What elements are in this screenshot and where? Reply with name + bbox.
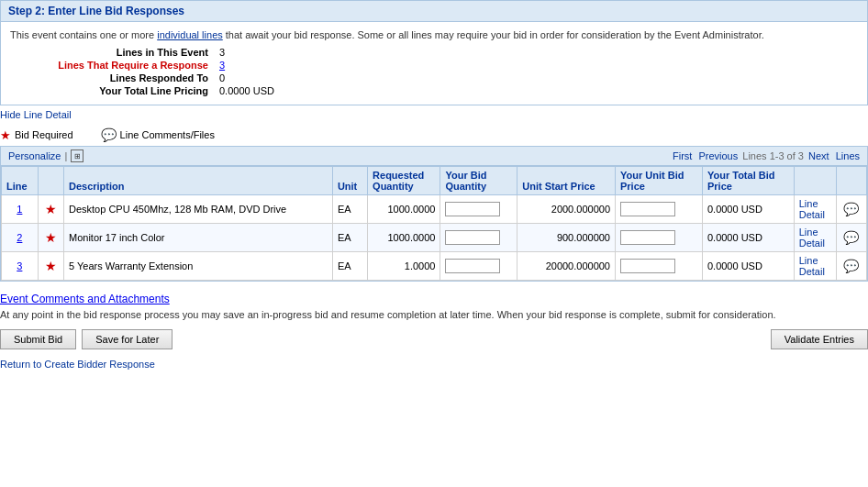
customize-icon[interactable]: ⊞: [71, 149, 83, 162]
event-comments-link[interactable]: Event Comments and Attachments: [0, 293, 170, 305]
lines-nav-right: First Previous Lines 1-3 of 3 Next Lines: [673, 150, 860, 161]
total-pricing-label: Your Total Line Pricing: [10, 84, 212, 97]
required-star-icon: ★: [45, 202, 57, 216]
cell-total-bid-price: 0.0000 USD: [702, 252, 794, 281]
lines-responded-label: Lines Responded To: [10, 72, 212, 84]
bid-required-legend: ★ Bid Required: [0, 128, 73, 142]
cell-unit: EA: [332, 252, 367, 281]
col-required: [38, 167, 63, 195]
unit-bid-price-input[interactable]: [620, 230, 675, 245]
line-num-link[interactable]: 3: [17, 260, 22, 271]
info-row-total-pricing: Your Total Line Pricing 0.0000 USD: [10, 84, 858, 97]
required-star-icon: ★: [45, 230, 57, 245]
col-line-detail: [794, 167, 836, 195]
info-table: Lines in This Event 3 Lines That Require…: [10, 46, 858, 97]
cell-required: ★: [38, 252, 63, 281]
line-num-link[interactable]: 1: [17, 204, 22, 215]
lines-require-label: Lines That Require a Response: [10, 59, 212, 72]
cell-bid-qty[interactable]: [440, 224, 517, 252]
cell-unit-bid-price[interactable]: [616, 252, 703, 281]
return-link[interactable]: Return to Create Bidder Response: [0, 355, 868, 373]
submit-bid-button[interactable]: Submit Bid: [0, 329, 76, 349]
nav-lines-range: Lines 1-3 of 3: [742, 150, 807, 161]
bid-qty-input[interactable]: [445, 202, 500, 216]
lines-table-wrapper: Personalize | ⊞ First Previous Lines 1-3…: [0, 146, 868, 282]
step-title: Step 2: Enter Line Bid Responses: [8, 5, 184, 17]
cell-unit-bid-price[interactable]: [616, 195, 703, 224]
cell-description: Monitor 17 inch Color: [63, 224, 332, 252]
cell-unit: EA: [332, 195, 367, 224]
bid-required-label: Bid Required: [15, 129, 73, 140]
lines-require-value: 3: [212, 59, 858, 72]
col-total-bid-price: Your Total BidPrice: [702, 167, 794, 195]
table-row: 3 ★ 5 Years Warranty Extension EA 1.0000…: [2, 252, 867, 281]
cell-required: ★: [38, 195, 63, 224]
bid-qty-input[interactable]: [445, 259, 500, 273]
cell-line-num: 3: [2, 252, 39, 281]
comment-icon[interactable]: 💬: [843, 259, 859, 273]
table-row: 2 ★ Monitor 17 inch Color EA 1000.0000 9…: [2, 224, 867, 252]
col-requested-qty: RequestedQuantity: [368, 167, 440, 195]
line-comments-label: Line Comments/Files: [120, 129, 215, 140]
lines-link[interactable]: Lines: [836, 150, 860, 161]
bottom-buttons-right: Validate Entries: [771, 329, 868, 349]
bottom-buttons: Submit Bid Save for Later Validate Entri…: [0, 324, 868, 355]
info-description: This event contains one or more individu…: [10, 29, 858, 40]
info-row-lines-responded: Lines Responded To 0: [10, 72, 858, 84]
individual-lines-link[interactable]: individual lines: [157, 29, 223, 40]
cell-requested-qty: 1000.0000: [368, 195, 440, 224]
event-comments-description: At any point in the bid response process…: [0, 309, 868, 320]
col-comment: [836, 167, 866, 195]
table-row: 1 ★ Desktop CPU 450Mhz, 128 Mb RAM, DVD …: [2, 195, 867, 224]
hide-line-detail-link[interactable]: Hide Line Detail: [0, 109, 72, 120]
event-comments-title: Event Comments and Attachments: [0, 293, 868, 305]
bid-qty-input[interactable]: [445, 230, 500, 245]
col-line: Line: [2, 167, 39, 195]
cell-requested-qty: 1000.0000: [368, 224, 440, 252]
unit-bid-price-input[interactable]: [620, 259, 675, 273]
cell-bid-qty[interactable]: [440, 252, 517, 281]
cell-bid-qty[interactable]: [440, 195, 517, 224]
lines-in-event-label: Lines in This Event: [10, 46, 212, 59]
cell-unit-bid-price[interactable]: [616, 224, 703, 252]
bottom-buttons-left: Submit Bid Save for Later: [0, 329, 172, 349]
first-link[interactable]: First: [673, 150, 692, 161]
total-pricing-value: 0.0000 USD: [212, 84, 858, 97]
cell-line-num: 1: [2, 195, 39, 224]
cell-requested-qty: 1.0000: [368, 252, 440, 281]
validate-entries-button[interactable]: Validate Entries: [771, 329, 868, 349]
link-bar: Hide Line Detail: [0, 105, 868, 124]
return-link-container: Return to Create Bidder Response: [0, 355, 868, 373]
cell-comment: 💬: [836, 195, 866, 224]
previous-link[interactable]: Previous: [698, 150, 738, 161]
table-header-row: Line Description Unit RequestedQuantity …: [2, 167, 867, 195]
line-detail-link[interactable]: LineDetail: [799, 255, 825, 277]
comment-bubble-icon: 💬: [101, 127, 117, 142]
cell-total-bid-price: 0.0000 USD: [702, 224, 794, 252]
comment-icon[interactable]: 💬: [843, 230, 859, 245]
info-box: This event contains one or more individu…: [0, 22, 868, 105]
lines-require-link[interactable]: 3: [219, 60, 225, 71]
required-star-icon: ★: [45, 259, 57, 273]
line-detail-link[interactable]: LineDetail: [799, 198, 825, 220]
event-comments-section: Event Comments and Attachments At any po…: [0, 287, 868, 324]
cell-description: Desktop CPU 450Mhz, 128 Mb RAM, DVD Driv…: [63, 195, 332, 224]
line-detail-link[interactable]: LineDetail: [799, 227, 825, 249]
comment-icon[interactable]: 💬: [843, 202, 859, 216]
col-bid-qty: Your BidQuantity: [440, 167, 517, 195]
step-header: Step 2: Enter Line Bid Responses: [0, 0, 868, 22]
cell-unit: EA: [332, 224, 367, 252]
cell-description: 5 Years Warranty Extension: [63, 252, 332, 281]
info-row-lines-in-event: Lines in This Event 3: [10, 46, 858, 59]
legend-bar: ★ Bid Required 💬 Line Comments/Files: [0, 124, 868, 146]
cell-required: ★: [38, 224, 63, 252]
unit-bid-price-input[interactable]: [620, 202, 675, 216]
next-link[interactable]: Next: [808, 150, 829, 161]
cell-unit-start-price: 2000.000000: [517, 195, 616, 224]
cell-total-bid-price: 0.0000 USD: [702, 195, 794, 224]
cell-line-detail: LineDetail: [794, 224, 836, 252]
line-num-link[interactable]: 2: [17, 232, 22, 243]
col-description: Description: [63, 167, 332, 195]
personalize-link[interactable]: Personalize: [8, 150, 61, 161]
save-for-later-button[interactable]: Save for Later: [82, 329, 172, 349]
